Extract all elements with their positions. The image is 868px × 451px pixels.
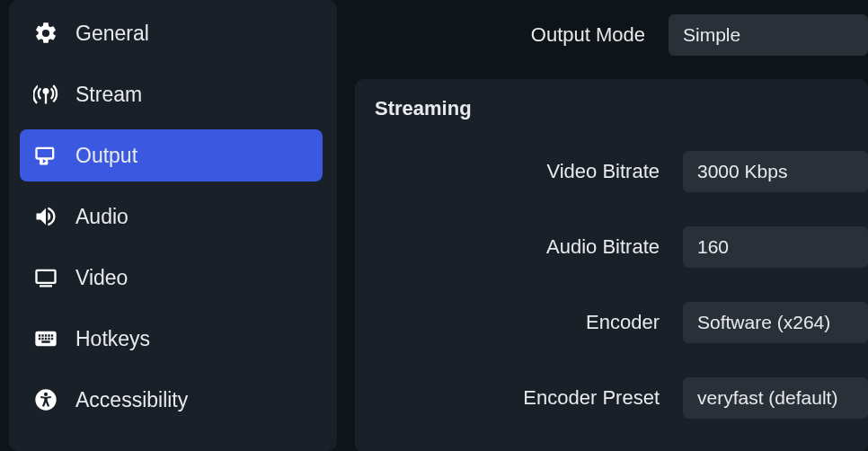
sidebar-item-audio[interactable]: Audio — [20, 190, 323, 243]
sidebar-item-label: Audio — [75, 205, 128, 229]
sidebar-item-output[interactable]: Output — [20, 129, 323, 181]
encoder-row: Encoder Software (x264) — [375, 302, 868, 343]
sidebar-item-general[interactable]: General — [20, 7, 323, 59]
output-mode-label: Output Mode — [355, 23, 669, 47]
antenna-icon — [32, 81, 59, 108]
sidebar-item-label: Video — [75, 266, 128, 290]
video-bitrate-input[interactable]: 3000 Kbps — [683, 151, 868, 192]
video-bitrate-row: Video Bitrate 3000 Kbps — [375, 151, 868, 192]
sidebar-item-label: General — [75, 22, 149, 46]
gear-icon — [32, 20, 59, 47]
monitor-icon — [32, 264, 59, 291]
keyboard-icon — [32, 325, 59, 352]
sidebar-item-hotkeys[interactable]: Hotkeys — [20, 313, 323, 365]
streaming-panel: Streaming Video Bitrate 3000 Kbps Audio … — [355, 79, 868, 451]
sidebar-item-accessibility[interactable]: Accessibility — [20, 374, 323, 426]
sidebar-item-video[interactable]: Video — [20, 252, 323, 304]
audio-bitrate-row: Audio Bitrate 160 — [375, 226, 868, 268]
panel-title-streaming: Streaming — [375, 97, 868, 120]
encoder-preset-label: Encoder Preset — [375, 386, 683, 410]
sidebar-item-label: Accessibility — [75, 388, 188, 412]
output-mode-select[interactable]: Simple — [669, 14, 868, 56]
encoder-select[interactable]: Software (x264) — [683, 302, 868, 343]
encoder-preset-row: Encoder Preset veryfast (default) — [375, 377, 868, 419]
settings-sidebar: General Stream Output Audio Video Hotkey… — [9, 0, 337, 451]
encoder-preset-select[interactable]: veryfast (default) — [683, 377, 868, 419]
audio-bitrate-label: Audio Bitrate — [375, 235, 683, 259]
accessibility-icon — [32, 386, 59, 413]
output-icon — [32, 142, 59, 169]
sidebar-item-label: Output — [75, 144, 137, 168]
main-content: Output Mode Simple Streaming Video Bitra… — [337, 0, 868, 451]
output-mode-row: Output Mode Simple — [355, 0, 868, 79]
speaker-icon — [32, 203, 59, 230]
video-bitrate-label: Video Bitrate — [375, 160, 683, 183]
sidebar-item-stream[interactable]: Stream — [20, 68, 323, 120]
encoder-label: Encoder — [375, 311, 683, 334]
sidebar-item-label: Hotkeys — [75, 327, 150, 351]
sidebar-item-label: Stream — [75, 83, 142, 107]
audio-bitrate-select[interactable]: 160 — [683, 226, 868, 268]
